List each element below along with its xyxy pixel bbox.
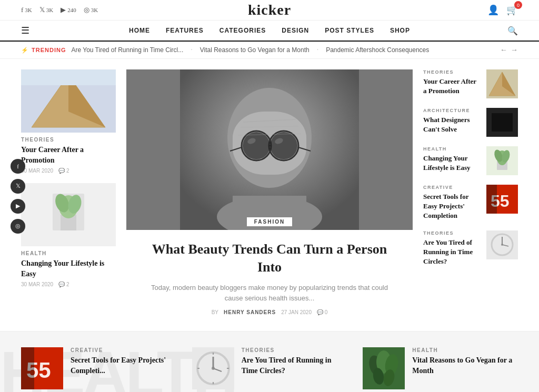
center-column: FASHION What Beauty Trends Can Turn a Pe… (126, 69, 413, 320)
twitter-count: 3K (46, 7, 53, 13)
right-article-1-title: Your Career After a Promotion (423, 77, 481, 96)
youtube-icon: ▶ (61, 6, 66, 14)
left-article-1-title: Your Career After a Promotion (21, 145, 116, 165)
bottom-section: HEALTH 55 CREATIVE Secret Tools for Easy… (0, 331, 539, 392)
main-content: THEORIES Your Career After a Promotion 3… (0, 59, 539, 331)
bottom-card-1-category: CREATIVE (71, 347, 176, 353)
trending-items: Are You Tired of Running in Time Circl..… (71, 46, 495, 54)
trending-item-3[interactable]: Pandemic Aftershock Consequences (326, 46, 429, 54)
right-article-1-text: THEORIES Your Career After a Promotion (423, 69, 481, 96)
top-bar: f 3K 𝕏 3K ▶ 240 ◎ 3K kicker 👤 🛒 0 (0, 0, 539, 21)
right-article-5[interactable]: THEORIES Are You Tired of Running in Tim… (423, 230, 518, 267)
bottom-card-1-title: Secret Tools for Easy Projects' Completi… (71, 355, 176, 376)
sidebar-facebook[interactable]: f (11, 159, 25, 174)
bottom-card-2-category: THEORIES (242, 347, 347, 353)
bottom-card-3-title: Vital Reasons to Go Vegan for a Month (412, 355, 518, 376)
bottom-card-3[interactable]: HEALTH Vital Reasons to Go Vegan for a M… (363, 347, 518, 389)
twitter-link[interactable]: 𝕏 3K (39, 6, 53, 14)
nav-categories[interactable]: CATEGORIES (219, 27, 266, 34)
featured-date: 27 JAN 2020 (281, 309, 312, 315)
featured-meta: BY HENRY SANDERS 27 JAN 2020 💬 0 (142, 309, 397, 315)
bottom-card-1-text: CREATIVE Secret Tools for Easy Projects'… (71, 347, 176, 376)
right-article-3[interactable]: HEALTH Changing Your Lifestyle is Easy (423, 146, 518, 175)
left-article-1-meta: 30 MAR 2020 💬 2 (21, 168, 116, 174)
user-icon[interactable]: 👤 (487, 4, 499, 16)
featured-image: FASHION (126, 69, 413, 230)
left-article-1-category: THEORIES (21, 137, 116, 143)
bottom-card-3-category: HEALTH (412, 347, 518, 353)
right-article-3-title: Changing Your Lifestyle is Easy (423, 154, 481, 173)
nav-home[interactable]: HOME (129, 27, 150, 34)
youtube-link[interactable]: ▶ 240 (61, 6, 76, 14)
right-article-4-title: Secret Tools for Easy Projects' Completi… (423, 192, 481, 221)
instagram-icon: ◎ (84, 6, 89, 14)
left-article-1[interactable]: THEORIES Your Career After a Promotion 3… (21, 69, 116, 174)
right-article-3-text: HEALTH Changing Your Lifestyle is Easy (423, 146, 481, 173)
bottom-articles: 55 CREATIVE Secret Tools for Easy Projec… (21, 347, 518, 389)
top-right-icons: 👤 🛒 0 (487, 4, 518, 16)
right-article-3-category: HEALTH (423, 146, 481, 152)
hamburger-button[interactable]: ☰ (21, 25, 29, 36)
cart-icon[interactable]: 🛒 0 (506, 4, 518, 16)
right-article-2-image (486, 108, 518, 137)
right-article-2-category: ARCHITECTURE (423, 108, 481, 113)
svg-rect-32 (492, 113, 513, 132)
left-article-1-comments: 💬 2 (58, 168, 69, 174)
bottom-card-2[interactable]: THEORIES Are You Tired of Running in Tim… (192, 347, 347, 389)
nav-design[interactable]: DESIGN (282, 27, 309, 34)
left-article-1-image (21, 69, 116, 133)
left-article-2-comments: 💬 2 (58, 282, 69, 287)
right-article-4-image: 55 (486, 185, 518, 214)
right-article-4-text: CREATIVE Secret Tools for Easy Projects'… (423, 185, 481, 221)
right-article-5-category: THEORIES (423, 230, 481, 236)
sidebar-youtube[interactable]: ▶ (11, 199, 25, 214)
site-title: kicker (248, 2, 291, 18)
right-article-2[interactable]: ARCHITECTURE What Designers Can't Solve (423, 108, 518, 137)
trending-arrows: ← → (500, 46, 518, 54)
facebook-link[interactable]: f 3K (21, 6, 32, 14)
left-article-2-title: Changing Your Lifestyle is Easy (21, 258, 116, 279)
sidebar-instagram[interactable]: ◎ (11, 219, 25, 234)
cart-badge: 0 (514, 1, 522, 9)
search-button[interactable]: 🔍 (507, 26, 518, 36)
social-sidebar: f 𝕏 ▶ ◎ (11, 159, 25, 234)
featured-excerpt: Today, modern beauty bloggers make money… (142, 283, 397, 305)
featured-title: What Beauty Trends Can Turn a Person Int… (142, 240, 397, 276)
bottom-card-1[interactable]: 55 CREATIVE Secret Tools for Easy Projec… (21, 347, 176, 389)
trending-prev[interactable]: ← (500, 46, 507, 54)
right-article-3-image (486, 146, 518, 175)
left-article-2[interactable]: HEALTH Changing Your Lifestyle is Easy 3… (21, 183, 116, 287)
left-column: THEORIES Your Career After a Promotion 3… (21, 69, 116, 320)
right-column: THEORIES Your Career After a Promotion A… (423, 69, 518, 320)
right-article-1[interactable]: THEORIES Your Career After a Promotion (423, 69, 518, 98)
trending-next[interactable]: → (511, 46, 518, 54)
svg-rect-48 (21, 347, 34, 389)
trending-item-1[interactable]: Are You Tired of Running in Time Circl..… (71, 46, 183, 54)
facebook-icon: f (21, 6, 23, 14)
nav-post-styles[interactable]: POST STYLES (325, 27, 374, 34)
bottom-card-3-image (363, 347, 405, 389)
nav-bar: ☰ HOME FEATURES CATEGORIES DESIGN POST S… (0, 21, 539, 42)
featured-category-badge: FASHION (247, 217, 292, 226)
right-article-2-title: What Designers Can't Solve (423, 115, 481, 134)
right-article-4[interactable]: CREATIVE Secret Tools for Easy Projects'… (423, 185, 518, 221)
svg-rect-40 (486, 185, 497, 214)
left-article-2-category: HEALTH (21, 250, 116, 256)
featured-article[interactable]: FASHION What Beauty Trends Can Turn a Pe… (126, 69, 413, 320)
right-article-5-title: Are You Tired of Running in Time Circles… (423, 238, 481, 267)
nav-shop[interactable]: SHOP (390, 27, 410, 34)
nav-features[interactable]: FEATURES (166, 27, 204, 34)
svg-rect-3 (21, 69, 116, 85)
left-article-2-image (21, 183, 116, 246)
sidebar-twitter[interactable]: 𝕏 (11, 179, 25, 194)
svg-point-19 (243, 132, 270, 159)
svg-point-20 (270, 132, 297, 159)
featured-author: HENRY SANDERS (224, 309, 276, 315)
right-article-1-image (486, 69, 518, 98)
left-article-2-meta: 30 MAR 2020 💬 2 (21, 282, 116, 287)
trending-item-2[interactable]: Vital Reasons to Go Vegan for a Month (200, 46, 310, 54)
facebook-count: 3K (25, 7, 32, 13)
bottom-card-2-image (192, 347, 234, 389)
instagram-link[interactable]: ◎ 3K (84, 6, 98, 14)
left-article-2-date: 30 MAR 2020 (21, 282, 53, 287)
